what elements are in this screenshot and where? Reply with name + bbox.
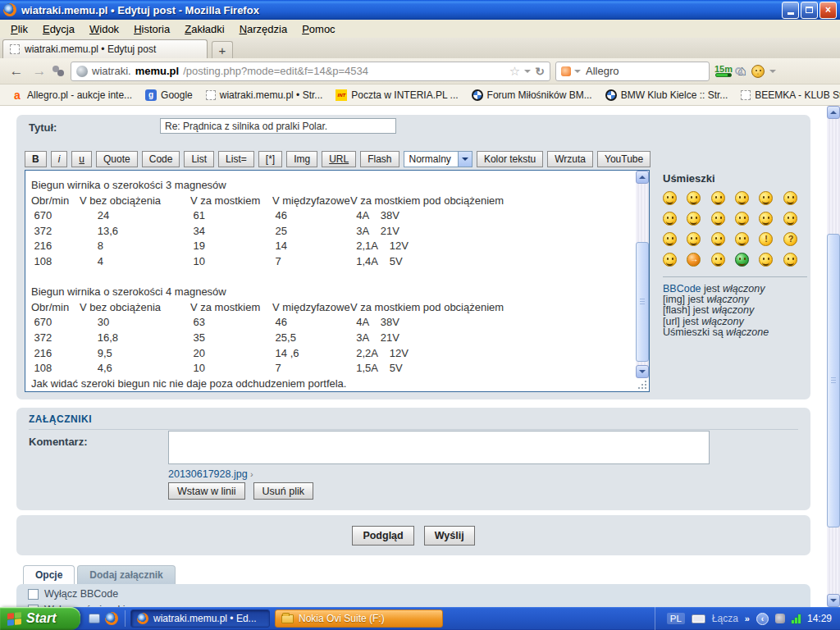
font-size-select[interactable]: Normalny xyxy=(404,151,472,167)
bbcode-button[interactable]: Img xyxy=(286,151,317,167)
close-button[interactable]: × xyxy=(819,2,837,19)
smiley-icon[interactable] xyxy=(711,232,725,246)
bookmark-item[interactable]: INT Poczta w INTERIA.PL ... xyxy=(331,88,463,103)
addon-monkey-icon[interactable] xyxy=(751,65,765,78)
scroll-up-icon[interactable] xyxy=(636,171,649,184)
smiley-icon[interactable] xyxy=(735,191,749,205)
smiley-icon[interactable] xyxy=(687,253,701,267)
restore-button[interactable] xyxy=(801,2,818,19)
bookmark-item[interactable]: a Allegro.pl - aukcje inte... xyxy=(7,88,137,103)
bookmark-item[interactable]: Forum Miłośników BM... xyxy=(467,88,597,103)
bbcode-button[interactable]: u xyxy=(71,151,92,167)
taskbar-task-button[interactable]: wiatraki.memu.pl • Ed... xyxy=(130,609,270,628)
menu-item[interactable]: Narzędzia xyxy=(232,21,295,37)
bbcode-button[interactable]: List xyxy=(184,151,214,167)
search-box[interactable] xyxy=(555,62,710,81)
menu-item[interactable]: Historia xyxy=(126,21,177,37)
menu-item[interactable]: Pomoc xyxy=(294,21,342,37)
search-engine-icon[interactable] xyxy=(561,66,571,76)
bbcode-button[interactable]: [*] xyxy=(258,151,282,167)
smiley-icon[interactable] xyxy=(783,232,797,246)
resize-grip-icon[interactable] xyxy=(637,379,648,390)
scroll-up-icon[interactable] xyxy=(827,106,840,119)
smiley-icon[interactable] xyxy=(735,253,749,267)
bbcode-button[interactable]: List= xyxy=(218,151,254,167)
taskbar-task-button[interactable]: Nokia Ovi Suite (F:) xyxy=(275,609,443,628)
smiley-icon[interactable] xyxy=(759,232,773,246)
show-desktop-icon[interactable] xyxy=(89,614,100,623)
smiley-icon[interactable] xyxy=(711,212,725,226)
wireless-icon[interactable] xyxy=(792,614,801,623)
smiley-icon[interactable] xyxy=(663,232,677,246)
menu-item[interactable]: Widok xyxy=(82,21,126,37)
bookmark-item[interactable]: BEEMKA - KLUB Stron... xyxy=(736,88,840,103)
submit-button[interactable]: Wyślij xyxy=(424,526,475,546)
scroll-down-icon[interactable] xyxy=(827,594,840,607)
menu-item[interactable]: Edycja xyxy=(35,21,82,37)
taskbar-clock[interactable]: 14:29 xyxy=(807,613,832,624)
options-tab[interactable]: Dodaj załącznik xyxy=(77,565,175,584)
toolbar-chevron-icon[interactable]: » xyxy=(745,614,750,623)
bookmark-star-icon[interactable]: ☆ xyxy=(509,64,520,79)
bbcode-button[interactable]: Quote xyxy=(96,151,138,167)
post-editor[interactable]: Biegun wirnika o szerokości 3 magnesówOb… xyxy=(25,170,650,392)
volume-icon[interactable] xyxy=(775,614,785,623)
language-indicator[interactable]: PL xyxy=(667,613,685,624)
search-input[interactable] xyxy=(584,64,732,78)
tray-collapse-icon[interactable]: ‹ xyxy=(756,613,769,625)
title-input[interactable] xyxy=(160,118,396,134)
attachment-expand-icon[interactable]: › xyxy=(250,469,253,479)
bookmark-item[interactable]: g Google xyxy=(140,88,198,103)
smiley-icon[interactable] xyxy=(735,232,749,246)
delete-file-button[interactable]: Usuń plik xyxy=(253,482,313,500)
editor-scrollbar[interactable] xyxy=(636,171,649,378)
forward-button[interactable]: → xyxy=(31,63,48,80)
scroll-thumb[interactable] xyxy=(636,242,649,362)
smiley-icon[interactable] xyxy=(759,212,773,226)
bbcode-help-link[interactable]: BBCode xyxy=(663,283,701,294)
smiley-icon[interactable] xyxy=(711,253,725,267)
reload-icon[interactable]: ↻ xyxy=(535,65,545,78)
smiley-icon[interactable] xyxy=(663,191,677,205)
smiley-icon[interactable] xyxy=(759,253,773,267)
toolbar-overflow-icon[interactable] xyxy=(769,70,776,76)
menu-item[interactable]: Plik xyxy=(3,21,35,37)
comment-textarea[interactable] xyxy=(168,431,710,464)
firefox-launch-icon[interactable] xyxy=(105,612,118,625)
smiley-icon[interactable] xyxy=(663,253,677,267)
keyboard-icon[interactable] xyxy=(692,614,705,623)
smiley-icon[interactable] xyxy=(735,212,749,226)
tab-groups-icon[interactable] xyxy=(52,66,66,77)
smiley-icon[interactable] xyxy=(687,191,701,205)
options-tab[interactable]: Opcje xyxy=(23,565,75,584)
bbcode-button[interactable]: B xyxy=(25,151,47,167)
url-dropdown-icon[interactable] xyxy=(524,70,531,76)
option-checkbox[interactable] xyxy=(28,589,39,600)
bookmark-item[interactable]: wiatraki.memu.pl • Str... xyxy=(201,88,328,103)
smiley-icon[interactable] xyxy=(687,232,701,246)
bbcode-button[interactable]: Code xyxy=(142,151,180,167)
url-bar[interactable]: wiatraki.memu.pl/posting.php?mode=edit&f… xyxy=(71,62,550,81)
new-tab-button[interactable]: + xyxy=(212,41,233,58)
smiley-icon[interactable] xyxy=(783,253,797,267)
smiley-icon[interactable] xyxy=(687,212,701,226)
bbcode-button[interactable]: URL xyxy=(322,151,356,167)
scroll-thumb[interactable] xyxy=(827,234,840,527)
menu-item[interactable]: Zakładki xyxy=(177,21,231,37)
browser-scrollbar[interactable] xyxy=(827,106,840,607)
preview-button[interactable]: Podgląd xyxy=(352,526,413,546)
timer-addon-button[interactable]: 15m xyxy=(714,65,733,77)
smiley-icon[interactable] xyxy=(759,191,773,205)
attachment-file-link[interactable]: 20130617928.jpg xyxy=(168,468,248,480)
back-button[interactable]: ← xyxy=(7,63,26,80)
smiley-icon[interactable] xyxy=(711,191,725,205)
bbcode-button[interactable]: Flash xyxy=(360,151,399,167)
start-button[interactable]: Start xyxy=(0,607,80,630)
minimize-button[interactable] xyxy=(782,2,799,19)
scroll-down-icon[interactable] xyxy=(636,365,649,378)
bbcode-button[interactable]: Wrzuta xyxy=(547,151,593,167)
smiley-icon[interactable] xyxy=(783,191,797,205)
smiley-icon[interactable] xyxy=(663,212,677,226)
smiley-icon[interactable] xyxy=(783,212,797,226)
browser-tab[interactable]: wiatraki.memu.pl • Edytuj post xyxy=(2,39,208,58)
